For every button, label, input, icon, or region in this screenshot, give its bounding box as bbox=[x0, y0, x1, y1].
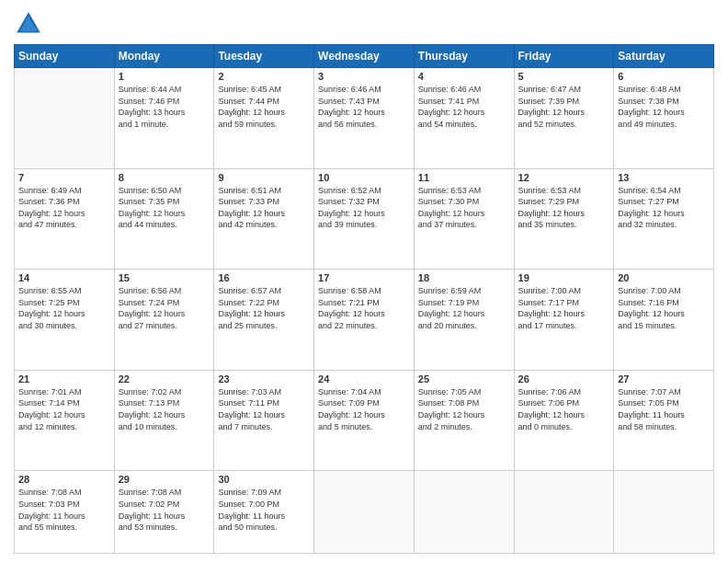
day-number: 13 bbox=[618, 172, 710, 183]
day-number: 3 bbox=[318, 71, 410, 82]
day-info: Sunrise: 7:01 AMSunset: 7:14 PMDaylight:… bbox=[18, 386, 110, 432]
day-info: Sunrise: 7:08 AMSunset: 7:03 PMDaylight:… bbox=[18, 487, 110, 533]
day-info: Sunrise: 6:46 AMSunset: 7:41 PMDaylight:… bbox=[418, 84, 510, 130]
day-cell: 7Sunrise: 6:49 AMSunset: 7:36 PMDaylight… bbox=[15, 168, 115, 270]
day-number: 14 bbox=[18, 272, 110, 283]
weekday-friday: Friday bbox=[514, 45, 614, 68]
day-cell: 25Sunrise: 7:05 AMSunset: 7:08 PMDayligh… bbox=[414, 370, 514, 471]
day-cell: 16Sunrise: 6:57 AMSunset: 7:22 PMDayligh… bbox=[214, 270, 314, 371]
day-info: Sunrise: 7:07 AMSunset: 7:05 PMDaylight:… bbox=[618, 386, 710, 432]
weekday-tuesday: Tuesday bbox=[214, 45, 314, 68]
day-info: Sunrise: 6:45 AMSunset: 7:44 PMDaylight:… bbox=[218, 84, 310, 130]
day-cell: 12Sunrise: 6:53 AMSunset: 7:29 PMDayligh… bbox=[514, 168, 614, 270]
day-info: Sunrise: 7:00 AMSunset: 7:17 PMDaylight:… bbox=[518, 285, 610, 331]
day-info: Sunrise: 6:49 AMSunset: 7:36 PMDaylight:… bbox=[18, 185, 110, 231]
day-info: Sunrise: 6:48 AMSunset: 7:38 PMDaylight:… bbox=[618, 84, 710, 130]
weekday-saturday: Saturday bbox=[614, 45, 714, 68]
day-info: Sunrise: 6:53 AMSunset: 7:29 PMDaylight:… bbox=[518, 185, 610, 231]
day-cell: 30Sunrise: 7:09 AMSunset: 7:00 PMDayligh… bbox=[214, 471, 314, 554]
day-info: Sunrise: 7:04 AMSunset: 7:09 PMDaylight:… bbox=[318, 386, 410, 432]
day-cell: 13Sunrise: 6:54 AMSunset: 7:27 PMDayligh… bbox=[614, 168, 714, 270]
day-info: Sunrise: 6:46 AMSunset: 7:43 PMDaylight:… bbox=[318, 84, 410, 130]
day-info: Sunrise: 6:59 AMSunset: 7:19 PMDaylight:… bbox=[418, 285, 510, 331]
weekday-wednesday: Wednesday bbox=[314, 45, 415, 68]
day-number: 17 bbox=[318, 272, 410, 283]
day-cell: 24Sunrise: 7:04 AMSunset: 7:09 PMDayligh… bbox=[314, 370, 415, 471]
day-number: 28 bbox=[18, 474, 110, 485]
day-cell bbox=[514, 471, 614, 554]
day-cell: 3Sunrise: 6:46 AMSunset: 7:43 PMDaylight… bbox=[314, 68, 415, 169]
day-info: Sunrise: 6:50 AMSunset: 7:35 PMDaylight:… bbox=[119, 185, 210, 231]
day-cell bbox=[15, 68, 115, 169]
calendar: SundayMondayTuesdayWednesdayThursdayFrid… bbox=[14, 44, 714, 554]
day-cell bbox=[414, 471, 514, 554]
day-cell: 18Sunrise: 6:59 AMSunset: 7:19 PMDayligh… bbox=[414, 270, 514, 371]
day-cell: 14Sunrise: 6:55 AMSunset: 7:25 PMDayligh… bbox=[15, 270, 115, 371]
logo bbox=[14, 9, 47, 39]
logo-icon bbox=[14, 9, 43, 39]
day-number: 19 bbox=[518, 272, 610, 283]
day-number: 25 bbox=[418, 373, 510, 385]
day-cell bbox=[614, 471, 714, 554]
week-row-1: 7Sunrise: 6:49 AMSunset: 7:36 PMDaylight… bbox=[15, 168, 714, 270]
day-cell: 20Sunrise: 7:00 AMSunset: 7:16 PMDayligh… bbox=[614, 270, 714, 371]
day-cell: 26Sunrise: 7:06 AMSunset: 7:06 PMDayligh… bbox=[514, 370, 614, 471]
day-cell: 2Sunrise: 6:45 AMSunset: 7:44 PMDaylight… bbox=[214, 68, 314, 169]
day-number: 5 bbox=[518, 71, 610, 82]
day-number: 8 bbox=[119, 172, 210, 183]
day-cell: 28Sunrise: 7:08 AMSunset: 7:03 PMDayligh… bbox=[15, 471, 115, 554]
page: SundayMondayTuesdayWednesdayThursdayFrid… bbox=[0, 0, 728, 563]
day-info: Sunrise: 6:51 AMSunset: 7:33 PMDaylight:… bbox=[218, 185, 310, 231]
day-cell: 4Sunrise: 6:46 AMSunset: 7:41 PMDaylight… bbox=[414, 68, 514, 169]
day-info: Sunrise: 7:05 AMSunset: 7:08 PMDaylight:… bbox=[418, 386, 510, 432]
header bbox=[14, 9, 714, 39]
day-number: 20 bbox=[618, 272, 710, 283]
day-number: 12 bbox=[518, 172, 610, 183]
day-cell: 9Sunrise: 6:51 AMSunset: 7:33 PMDaylight… bbox=[214, 168, 314, 270]
day-number: 4 bbox=[418, 71, 510, 82]
day-info: Sunrise: 7:00 AMSunset: 7:16 PMDaylight:… bbox=[618, 285, 710, 331]
day-cell: 21Sunrise: 7:01 AMSunset: 7:14 PMDayligh… bbox=[15, 370, 115, 471]
day-info: Sunrise: 7:02 AMSunset: 7:13 PMDaylight:… bbox=[119, 386, 210, 432]
day-info: Sunrise: 6:53 AMSunset: 7:30 PMDaylight:… bbox=[418, 185, 510, 231]
day-info: Sunrise: 6:58 AMSunset: 7:21 PMDaylight:… bbox=[318, 285, 410, 331]
day-cell: 8Sunrise: 6:50 AMSunset: 7:35 PMDaylight… bbox=[114, 168, 214, 270]
day-number: 24 bbox=[318, 373, 410, 385]
day-number: 21 bbox=[18, 373, 110, 385]
day-number: 6 bbox=[618, 71, 710, 82]
day-number: 23 bbox=[218, 373, 310, 385]
day-number: 16 bbox=[218, 272, 310, 283]
day-info: Sunrise: 7:08 AMSunset: 7:02 PMDaylight:… bbox=[119, 487, 210, 533]
day-number: 22 bbox=[119, 373, 210, 385]
day-cell: 15Sunrise: 6:56 AMSunset: 7:24 PMDayligh… bbox=[114, 270, 214, 371]
day-info: Sunrise: 6:47 AMSunset: 7:39 PMDaylight:… bbox=[518, 84, 610, 130]
day-number: 18 bbox=[418, 272, 510, 283]
week-row-4: 28Sunrise: 7:08 AMSunset: 7:03 PMDayligh… bbox=[15, 471, 714, 554]
day-cell: 27Sunrise: 7:07 AMSunset: 7:05 PMDayligh… bbox=[614, 370, 714, 471]
day-cell: 11Sunrise: 6:53 AMSunset: 7:30 PMDayligh… bbox=[414, 168, 514, 270]
day-number: 29 bbox=[119, 474, 210, 485]
day-number: 9 bbox=[218, 172, 310, 183]
weekday-header-row: SundayMondayTuesdayWednesdayThursdayFrid… bbox=[15, 45, 714, 68]
day-info: Sunrise: 7:03 AMSunset: 7:11 PMDaylight:… bbox=[218, 386, 310, 432]
day-info: Sunrise: 7:06 AMSunset: 7:06 PMDaylight:… bbox=[518, 386, 610, 432]
day-number: 1 bbox=[119, 71, 210, 82]
day-cell: 1Sunrise: 6:44 AMSunset: 7:46 PMDaylight… bbox=[114, 68, 214, 169]
weekday-monday: Monday bbox=[114, 45, 214, 68]
day-number: 26 bbox=[518, 373, 610, 385]
day-info: Sunrise: 6:56 AMSunset: 7:24 PMDaylight:… bbox=[119, 285, 210, 331]
day-cell: 6Sunrise: 6:48 AMSunset: 7:38 PMDaylight… bbox=[614, 68, 714, 169]
day-cell bbox=[314, 471, 415, 554]
day-info: Sunrise: 7:09 AMSunset: 7:00 PMDaylight:… bbox=[218, 487, 310, 533]
day-number: 10 bbox=[318, 172, 410, 183]
day-cell: 10Sunrise: 6:52 AMSunset: 7:32 PMDayligh… bbox=[314, 168, 415, 270]
weekday-sunday: Sunday bbox=[15, 45, 115, 68]
day-cell: 19Sunrise: 7:00 AMSunset: 7:17 PMDayligh… bbox=[514, 270, 614, 371]
day-cell: 17Sunrise: 6:58 AMSunset: 7:21 PMDayligh… bbox=[314, 270, 415, 371]
day-cell: 23Sunrise: 7:03 AMSunset: 7:11 PMDayligh… bbox=[214, 370, 314, 471]
day-info: Sunrise: 6:44 AMSunset: 7:46 PMDaylight:… bbox=[119, 84, 210, 130]
day-info: Sunrise: 6:55 AMSunset: 7:25 PMDaylight:… bbox=[18, 285, 110, 331]
day-number: 2 bbox=[218, 71, 310, 82]
week-row-2: 14Sunrise: 6:55 AMSunset: 7:25 PMDayligh… bbox=[15, 270, 714, 371]
day-info: Sunrise: 6:57 AMSunset: 7:22 PMDaylight:… bbox=[218, 285, 310, 331]
